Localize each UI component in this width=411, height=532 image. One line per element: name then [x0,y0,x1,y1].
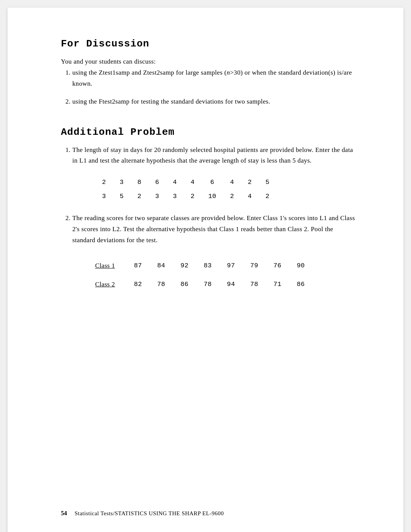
class2-score-5: 94 [219,275,242,294]
cell: 3 [148,190,166,204]
cell: 2 [223,190,241,204]
discussion-intro: You and your students can discuss: [61,56,358,67]
cell: 3 [95,190,113,204]
class2-score-4: 78 [196,275,219,294]
discussion-title: For Discussion [61,38,358,50]
data-row-2: 3 5 2 3 3 2 10 2 4 2 [95,190,276,204]
cell: 10 [201,190,223,204]
class1-score-3: 92 [173,257,196,275]
class1-score-1: 87 [126,257,150,275]
page: For Discussion You and your students can… [8,8,403,532]
cell: 6 [148,176,166,190]
class1-score-7: 76 [266,257,289,275]
cell: 4 [241,190,259,204]
class2-score-2: 78 [150,275,173,294]
cell: 4 [184,176,202,190]
discussion-list: using the Ztest1samp and Ztest2samp for … [72,67,358,107]
footer-text: Statistical Tests/STATISTICS USING THE S… [75,510,224,517]
class2-score-7: 71 [266,275,289,294]
additional-title: Additional Problem [61,126,358,138]
class2-score-8: 86 [289,275,312,294]
cell: 5 [113,190,131,204]
class1-score-5: 97 [219,257,242,275]
discussion-item-2: using the Ftest2samp for testing the sta… [72,96,358,107]
cell: 4 [166,176,184,190]
class2-score-6: 78 [242,275,266,294]
data-row-1: 2 3 8 6 4 4 6 4 2 5 [95,176,276,190]
class1-row: Class 1 87 84 92 83 97 79 76 90 [88,257,312,275]
cell: 2 [131,190,148,204]
cell: 4 [223,176,241,190]
discussion-item-1-text: using the Ztest1samp and Ztest2samp for … [72,69,352,87]
cell: 6 [201,176,223,190]
cell: 3 [113,176,131,190]
additional-list: The length of stay in days for 20 random… [72,145,358,294]
cell: 3 [166,190,184,204]
cell: 2 [184,190,202,204]
class2-row: Class 2 82 78 86 78 94 78 71 86 [88,275,312,294]
cell: 2 [241,176,259,190]
additional-problem-1-text: The length of stay in days for 20 random… [72,146,353,165]
additional-problem-2-text: The reading scores for two separate clas… [72,214,355,244]
discussion-item-2-text: using the Ftest2samp for testing the sta… [72,98,270,105]
class1-label: Class 1 [88,257,126,275]
class1-score-4: 83 [196,257,219,275]
footer: 54 Statistical Tests/STATISTICS USING TH… [8,510,403,517]
class2-score-1: 82 [126,275,150,294]
class2-label: Class 2 [88,275,126,294]
cell: 2 [258,190,276,204]
page-number: 54 [61,510,67,517]
class1-score-2: 84 [150,257,173,275]
class1-score-8: 90 [289,257,312,275]
discussion-item-1: using the Ztest1samp and Ztest2samp for … [72,67,358,89]
cell: 8 [131,176,148,190]
additional-problem-2: The reading scores for two separate clas… [72,213,358,294]
italic-n: n [227,69,230,76]
cell: 2 [95,176,113,190]
data-table-1: 2 3 8 6 4 4 6 4 2 5 3 5 2 [95,176,276,204]
scores-table: Class 1 87 84 92 83 97 79 76 90 Class 2 … [88,257,312,294]
class1-score-6: 79 [242,257,266,275]
class2-score-3: 86 [173,275,196,294]
additional-problem-1: The length of stay in days for 20 random… [72,145,358,204]
cell: 5 [258,176,276,190]
